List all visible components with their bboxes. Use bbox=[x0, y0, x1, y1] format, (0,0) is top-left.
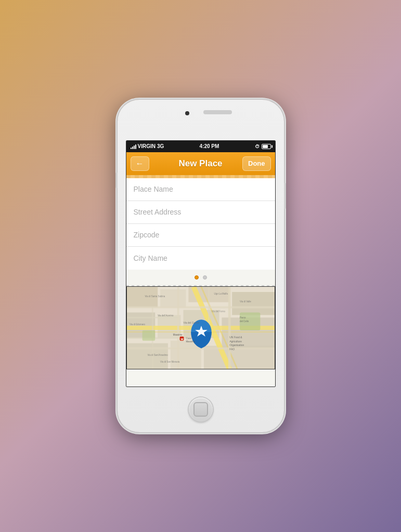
page-indicators bbox=[126, 270, 275, 285]
status-right: ⏱ bbox=[255, 144, 271, 149]
zipcode-input[interactable] bbox=[134, 231, 268, 239]
page-dot-1 bbox=[195, 275, 199, 280]
nav-stripe-decoration bbox=[126, 175, 275, 178]
svg-text:UN Food &: UN Food & bbox=[229, 336, 242, 338]
status-time: 4:20 PM bbox=[200, 143, 219, 149]
svg-rect-4 bbox=[232, 292, 275, 315]
svg-text:Ugo La Malfa: Ugo La Malfa bbox=[214, 292, 228, 295]
phone-bottom bbox=[118, 387, 284, 432]
svg-rect-13 bbox=[142, 330, 155, 340]
svg-text:Agriculture: Agriculture bbox=[229, 340, 242, 342]
svg-text:M: M bbox=[180, 337, 183, 340]
signal-bar-4 bbox=[135, 144, 136, 149]
svg-text:Massimo: Massimo bbox=[173, 333, 182, 336]
form-area bbox=[126, 178, 275, 270]
place-name-field[interactable] bbox=[126, 178, 275, 201]
svg-text:Via dell'Acerino: Via dell'Acerino bbox=[158, 314, 174, 317]
battery-fill bbox=[263, 145, 268, 148]
svg-text:Via di San Moravia: Via di San Moravia bbox=[160, 361, 180, 363]
page-title: New Place bbox=[178, 158, 222, 169]
svg-text:Via di Santa Sabina: Via di Santa Sabina bbox=[145, 295, 165, 297]
earpiece-speaker bbox=[203, 110, 232, 114]
network-label: 3G bbox=[157, 143, 164, 149]
home-button[interactable] bbox=[189, 397, 213, 421]
street-address-input[interactable] bbox=[134, 208, 268, 216]
svg-text:Parco: Parco bbox=[239, 316, 245, 319]
svg-rect-2 bbox=[160, 289, 186, 308]
city-name-input[interactable] bbox=[134, 254, 268, 262]
navigation-bar: ← New Place Done bbox=[126, 152, 275, 175]
svg-text:Via di Valle: Via di Valle bbox=[239, 300, 251, 302]
map-svg: Via del Cerchi Via di Valle UN Food & Ag… bbox=[127, 287, 275, 369]
carrier-label: VIRGIN bbox=[138, 143, 156, 149]
svg-text:Organisation: Organisation bbox=[229, 344, 244, 347]
power-button bbox=[284, 183, 286, 209]
phone-screen: VIRGIN 3G 4:20 PM ⏱ ← New Place Done bbox=[126, 140, 276, 387]
svg-text:Massimo: Massimo bbox=[186, 340, 195, 342]
signal-bar-3 bbox=[134, 145, 135, 149]
svg-text:Via del Forno: Via del Forno bbox=[211, 310, 225, 313]
status-bar: VIRGIN 3G 4:20 PM ⏱ bbox=[126, 141, 275, 152]
svg-text:Via di Sant'Anselmo: Via di Sant'Anselmo bbox=[147, 354, 168, 356]
clock-icon: ⏱ bbox=[255, 144, 260, 149]
map-view[interactable]: Via del Cerchi Via di Valle UN Food & Ag… bbox=[126, 286, 275, 369]
signal-bar-2 bbox=[132, 147, 133, 149]
city-name-field[interactable] bbox=[126, 247, 275, 270]
status-left: VIRGIN 3G bbox=[131, 143, 164, 149]
zipcode-field[interactable] bbox=[126, 224, 275, 247]
svg-text:Via del Cerchi: Via del Cerchi bbox=[183, 322, 199, 324]
svg-text:FAO: FAO bbox=[229, 348, 235, 351]
svg-text:del Celio: del Celio bbox=[239, 320, 249, 323]
signal-bar-1 bbox=[131, 148, 132, 149]
signal-bars bbox=[131, 144, 136, 149]
back-button[interactable]: ← bbox=[131, 156, 149, 171]
svg-text:Casa: Casa bbox=[186, 337, 191, 339]
battery-icon bbox=[262, 144, 271, 149]
svg-text:Via di Edomero: Via di Edomero bbox=[129, 323, 145, 326]
place-name-input[interactable] bbox=[134, 185, 268, 193]
page-dot-2 bbox=[203, 275, 207, 280]
front-camera bbox=[185, 111, 189, 115]
phone-top bbox=[118, 100, 284, 140]
street-address-field[interactable] bbox=[126, 201, 275, 224]
phone-device: VIRGIN 3G 4:20 PM ⏱ ← New Place Done bbox=[118, 100, 284, 432]
home-button-inner bbox=[193, 402, 208, 417]
volume-button bbox=[115, 172, 118, 188]
back-arrow-icon: ← bbox=[136, 159, 144, 168]
done-button[interactable]: Done bbox=[242, 156, 271, 171]
